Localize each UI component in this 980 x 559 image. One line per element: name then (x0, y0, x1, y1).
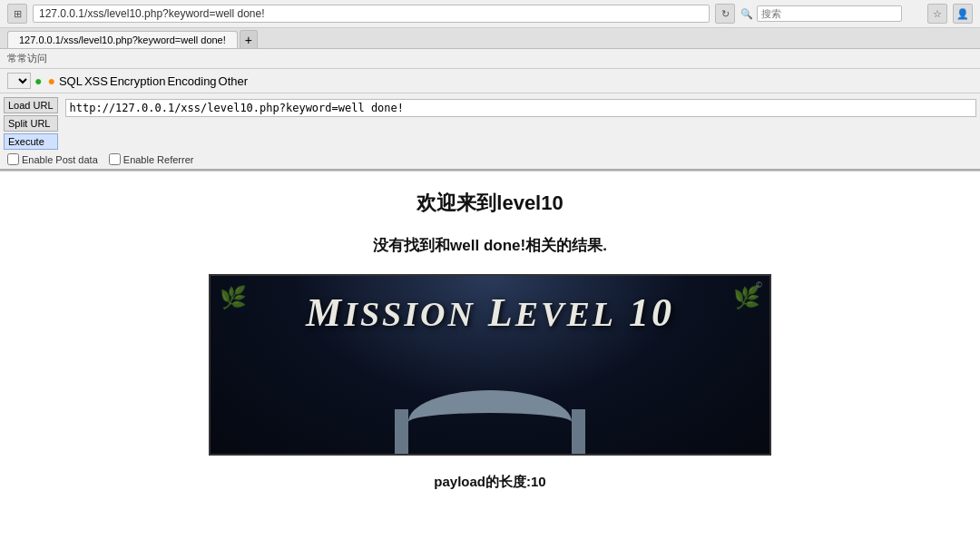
active-tab[interactable]: 127.0.0.1/xss/level10.php?keyword=well d… (7, 31, 238, 48)
split-url-button[interactable]: Split URL (4, 115, 58, 132)
hakbar-options: Enable Post data Enable Referrer (0, 150, 980, 169)
grid-icon[interactable]: ⊞ (7, 4, 27, 24)
mission-title-text: MISSION LEVEL 10 (211, 289, 769, 336)
page-content: 欢迎来到level10 没有找到和well done!相关的结果. 🌿 🌿 MI… (0, 172, 980, 509)
other-menu[interactable]: Other (219, 74, 249, 88)
hakbar-select[interactable] (7, 73, 31, 89)
enable-post-checkbox[interactable] (7, 153, 19, 165)
xss-menu[interactable]: XSS (84, 74, 108, 88)
page-title: 欢迎来到level10 (18, 190, 962, 217)
search-input[interactable] (757, 5, 902, 22)
hakbar-panel: ● ● SQL XSS Encryption Encoding Other Lo… (0, 69, 980, 171)
mission-image: 🌿 🌿 MISSION LEVEL 10 © (209, 274, 771, 456)
encoding-menu[interactable]: Encoding (167, 74, 216, 88)
bookmark-icon[interactable]: ☆ (927, 4, 947, 24)
enable-referrer-checkbox[interactable] (109, 153, 121, 165)
tab-bar: 127.0.0.1/xss/level10.php?keyword=well d… (0, 28, 980, 49)
browser-chrome: ⊞ 127.0.0.1/xss/level10.php?keyword=well… (0, 0, 980, 172)
url-input[interactable] (65, 99, 976, 117)
sql-menu[interactable]: SQL (59, 74, 83, 88)
url-input-area (62, 97, 980, 119)
arch-structure (408, 390, 572, 454)
orange-indicator: ● (47, 74, 54, 88)
execute-button[interactable]: Execute (4, 133, 58, 150)
watermark: © (756, 280, 762, 289)
refresh-icon[interactable]: ↻ (715, 4, 735, 24)
bookmarks-bar: 常常访问 (0, 49, 980, 69)
hakbar-toolbar: ● ● SQL XSS Encryption Encoding Other (0, 69, 980, 93)
green-indicator: ● (34, 74, 42, 88)
user-icon[interactable]: 👤 (953, 4, 973, 24)
url-display[interactable]: 127.0.0.1/xss/level10.php?keyword=well d… (33, 5, 710, 23)
hakbar-sidebar: Load URL Split URL Execute (0, 97, 62, 150)
payload-info: payload的长度:10 (18, 474, 962, 491)
new-tab-button[interactable]: + (240, 30, 258, 48)
address-bar: ⊞ 127.0.0.1/xss/level10.php?keyword=well… (0, 0, 980, 28)
load-url-button[interactable]: Load URL (4, 97, 58, 113)
search-result: 没有找到和well done!相关的结果. (18, 235, 962, 256)
enable-post-label[interactable]: Enable Post data (7, 153, 98, 165)
bookmark-item-frequent[interactable]: 常常访问 (7, 52, 47, 65)
encryption-menu[interactable]: Encryption (110, 74, 165, 88)
enable-referrer-label[interactable]: Enable Referrer (109, 153, 194, 165)
hakbar-controls: Load URL Split URL Execute (0, 93, 980, 150)
